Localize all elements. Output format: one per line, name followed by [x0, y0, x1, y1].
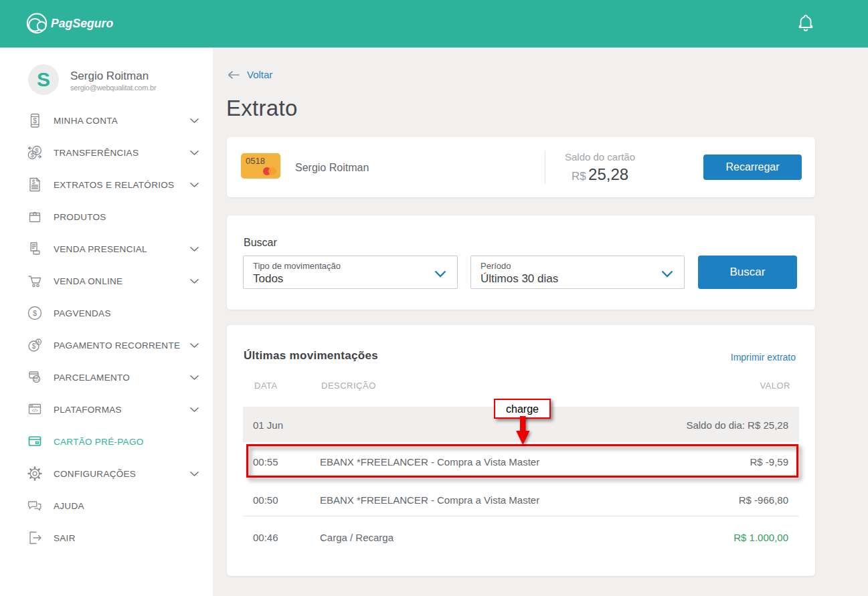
svg-text:$: $	[31, 152, 34, 159]
svg-text:$: $	[32, 342, 36, 350]
svg-text:$: $	[35, 146, 39, 154]
svg-text:$: $	[33, 116, 37, 124]
svg-text:12x: 12x	[33, 377, 39, 381]
svg-text:$: $	[32, 179, 35, 185]
svg-text:$: $	[33, 309, 37, 317]
svg-text:</>: </>	[31, 408, 38, 413]
